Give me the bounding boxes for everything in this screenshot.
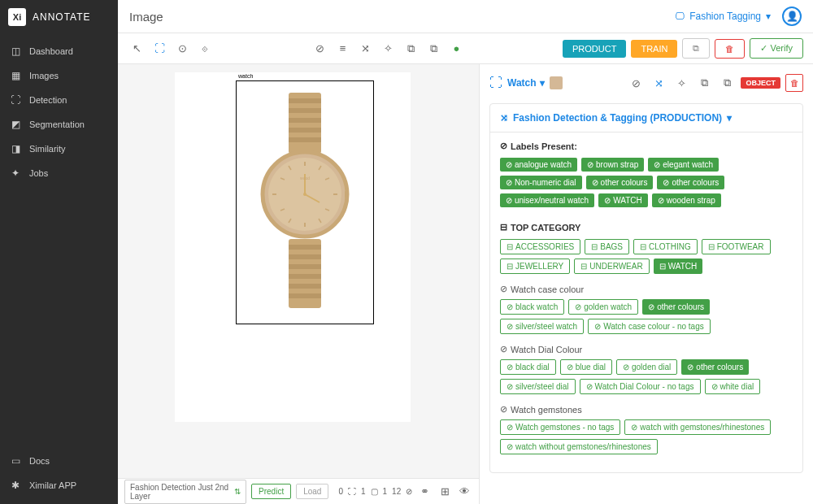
object-thumbnail: [550, 76, 563, 89]
chevron-down-icon: ▾: [766, 11, 771, 22]
dashboard-icon: ◫: [10, 46, 21, 57]
model-dropdown[interactable]: Fashion Detection Just 2nd Layer⇅: [124, 480, 246, 504]
verify-button[interactable]: ✓ Verify: [750, 38, 803, 59]
svg-rect-2: [289, 108, 321, 113]
sidebar-item-images[interactable]: ▦Images: [0, 63, 118, 88]
poly-stat-icon: ▢: [371, 487, 378, 496]
label-tag[interactable]: ⊘ unisex/neutral watch: [500, 193, 594, 207]
list-icon[interactable]: ≡: [334, 40, 352, 58]
option-tag[interactable]: ⊘ watch with gemstones/rhinestones: [624, 419, 771, 435]
category-tag[interactable]: ⊟ FOOTWEAR: [702, 239, 771, 254]
option-tag[interactable]: ⊘ Watch gemstones - no tags: [500, 419, 620, 435]
tag-icon: ⊘: [663, 178, 669, 187]
cursor-tool[interactable]: ↖: [128, 40, 146, 58]
panel-shuffle-icon[interactable]: ⤨: [650, 74, 667, 92]
paste-icon[interactable]: ⧉: [425, 40, 443, 58]
sidebar-item-ximilar-app[interactable]: ✱Ximilar APP: [0, 473, 118, 497]
category-tag[interactable]: ⊟ WATCH: [654, 259, 703, 274]
canvas[interactable]: watch: [118, 64, 480, 504]
load-button[interactable]: Load: [296, 484, 328, 499]
status-icon[interactable]: ●: [448, 40, 466, 58]
category-tag[interactable]: ⊟ UNDERWEAR: [574, 259, 649, 274]
label-tag[interactable]: ⊘ elegant watch: [648, 158, 719, 172]
tag-stat-icon: 12: [392, 487, 401, 496]
tag-icon[interactable]: ⊘: [311, 40, 329, 58]
option-tag[interactable]: ⊘ silver/steel watch: [500, 319, 584, 334]
panel-copy-icon[interactable]: ⧉: [695, 74, 713, 92]
tag-icon: ⊘: [594, 322, 601, 331]
category-tag[interactable]: ⊟ JEWELLERY: [500, 259, 570, 274]
option-tag[interactable]: ⊘ black dial: [500, 359, 556, 375]
chevron-updown-icon: ⇅: [234, 487, 241, 496]
svg-rect-26: [289, 245, 321, 250]
grid-icon[interactable]: ⊞: [437, 483, 453, 501]
user-icon: 👤: [786, 11, 798, 22]
sidebar-item-detection[interactable]: ⛶Detection: [0, 88, 118, 112]
workspace-label: Fashion Tagging: [689, 11, 761, 22]
option-tag[interactable]: ⊘ white dial: [705, 379, 761, 394]
tag-icon: ⊘: [586, 382, 593, 391]
option-tag[interactable]: ⊘ other colours: [681, 359, 749, 375]
copy-button[interactable]: ⧉: [682, 38, 710, 59]
logo[interactable]: Xi ANNOTATE: [0, 0, 118, 34]
sidebar-item-jobs[interactable]: ✦Jobs: [0, 161, 118, 185]
label-tag[interactable]: ⊘ analogue watch: [500, 158, 577, 172]
train-button[interactable]: TRAIN: [631, 40, 677, 58]
workspace-dropdown[interactable]: 🖵 Fashion Tagging ▾: [675, 11, 771, 22]
panel-tag-icon[interactable]: ⊘: [627, 74, 645, 92]
svg-rect-28: [289, 264, 321, 269]
tag-icon: ⊘: [506, 363, 513, 371]
shuffle-icon: ⤨: [500, 112, 508, 124]
sidebar-item-docs[interactable]: ▭Docs: [0, 449, 118, 473]
option-tag[interactable]: ⊘ Watch case colour - no tags: [588, 319, 711, 334]
option-tag[interactable]: ⊘ watch without gemstones/rhinestones: [500, 439, 658, 454]
jobs-icon: ✦: [10, 167, 21, 179]
copy-icon[interactable]: ⧉: [402, 40, 420, 58]
label-tag[interactable]: ⊘ other colours: [657, 176, 724, 189]
option-tag[interactable]: ⊘ golden dial: [616, 359, 677, 375]
product-button[interactable]: PRODUCT: [563, 40, 626, 58]
label-tag[interactable]: ⊘ wooden strap: [652, 193, 721, 207]
sidebar-item-similarity[interactable]: ◨Similarity: [0, 137, 118, 161]
label-tag[interactable]: ⊘ other colours: [586, 176, 654, 189]
link-icon[interactable]: ⚭: [417, 483, 433, 501]
svg-rect-1: [289, 98, 321, 103]
label-tag[interactable]: ⊘ brown strap: [581, 158, 644, 172]
option-tag[interactable]: ⊘ Watch Dial Colour - no tags: [580, 379, 701, 394]
category-tag[interactable]: ⊟ CLOTHING: [633, 239, 698, 254]
option-tag[interactable]: ⊘ blue dial: [560, 359, 612, 375]
tree-icon: ⊟: [659, 262, 666, 271]
category-tag[interactable]: ⊟ ACCESSORIES: [500, 239, 580, 254]
panel-paste-icon[interactable]: ⧉: [718, 74, 736, 92]
option-tag[interactable]: ⊘ silver/steel dial: [500, 379, 576, 394]
wand-icon[interactable]: ✧: [380, 40, 398, 58]
tag-icon: ⊘: [623, 363, 629, 371]
tag-icon: ⊘: [648, 302, 654, 311]
polygon-tool[interactable]: ⟐: [196, 40, 214, 58]
panel-wand-icon[interactable]: ✧: [672, 74, 690, 92]
option-tag[interactable]: ⊘ black watch: [500, 299, 564, 315]
sidebar-item-segmentation[interactable]: ◩Segmentation: [0, 112, 118, 137]
watch-image: wood: [248, 89, 362, 312]
avatar[interactable]: 👤: [782, 7, 802, 26]
bbox-stat-icon: ⛶: [348, 487, 356, 496]
predict-button[interactable]: Predict: [251, 484, 291, 499]
sidebar-item-dashboard[interactable]: ◫Dashboard: [0, 39, 118, 63]
delete-button[interactable]: 🗑: [715, 39, 745, 59]
option-tag[interactable]: ⊘ other colours: [642, 299, 710, 315]
label-tag[interactable]: ⊘ Non-numeric dial: [500, 176, 582, 189]
object-name[interactable]: Watch ▾: [507, 77, 545, 89]
app-icon: ✱: [10, 480, 21, 491]
option-tag[interactable]: ⊘ golden watch: [568, 299, 638, 315]
images-icon: ▦: [10, 70, 21, 81]
label-tag[interactable]: ⊘ WATCH: [598, 193, 648, 207]
eye-icon[interactable]: 👁: [457, 483, 472, 501]
object-badge: OBJECT: [741, 77, 780, 89]
section-header[interactable]: ⤨ Fashion Detection & Tagging (PRODUCTIO…: [490, 104, 802, 133]
sidebar-item-label: Segmentation: [29, 119, 85, 129]
delete-object-button[interactable]: 🗑: [785, 74, 803, 92]
bbox-tool[interactable]: ⛶: [150, 40, 168, 58]
category-tag[interactable]: ⊟ BAGS: [585, 239, 629, 254]
point-tool[interactable]: ⊙: [173, 40, 191, 58]
shuffle-icon[interactable]: ⤨: [357, 40, 375, 58]
